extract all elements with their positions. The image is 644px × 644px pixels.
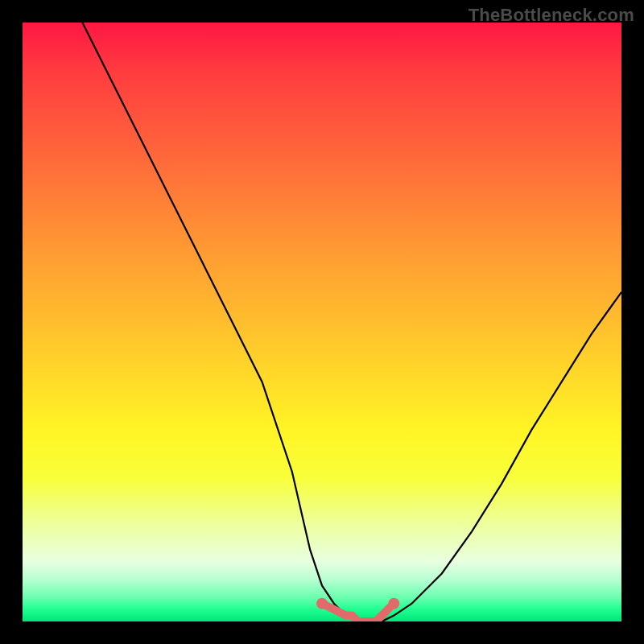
curve-path (82, 23, 621, 621)
bump-dot (316, 598, 328, 609)
chart-frame: TheBottleneck.com (0, 0, 644, 644)
attribution-text: TheBottleneck.com (469, 5, 634, 26)
bottleneck-curve (82, 23, 621, 621)
plot-area (23, 23, 621, 621)
bump-path (322, 604, 394, 621)
bump-dot (388, 598, 399, 609)
chart-svg (23, 23, 621, 621)
